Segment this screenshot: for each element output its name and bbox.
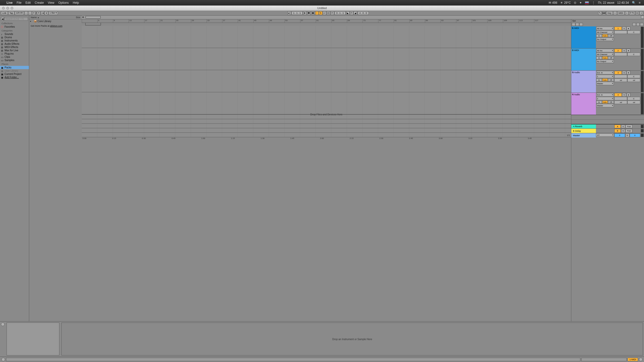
play-button[interactable] — [303, 11, 307, 15]
output-type-select[interactable]: No Output — [596, 37, 614, 41]
monitor-in-button[interactable]: In — [596, 56, 602, 59]
selected-track-indicator[interactable]: 1-MIDI — [628, 358, 638, 361]
input-channel-select[interactable]: All Channel — [596, 53, 614, 56]
midi-map-button[interactable]: MIDI — [617, 11, 625, 15]
send-a-knob[interactable] — [614, 75, 627, 78]
track-lane[interactable] — [82, 48, 571, 70]
reenable-automation-button[interactable]: ↩ — [323, 11, 326, 15]
browser-col-size[interactable]: Size — [76, 16, 80, 19]
input-channel-select[interactable]: 1 — [596, 75, 614, 78]
automation-arm-button[interactable]: ↯ — [319, 11, 323, 15]
loop-length[interactable]: 4 . 0 . 0 — [358, 11, 369, 15]
place-packs[interactable]: ▣Packs — [0, 66, 29, 69]
monitor-off-button[interactable]: Off — [608, 56, 614, 59]
clip-detail-toggle-button[interactable] — [639, 358, 642, 361]
record-button[interactable] — [311, 11, 315, 15]
automation-lane[interactable] — [82, 119, 571, 123]
favorites-item[interactable]: Favorites — [0, 25, 29, 28]
pan-knob[interactable]: C — [627, 75, 640, 78]
time-sig-numerator[interactable]: 4 — [32, 11, 35, 15]
file-menu[interactable]: File — [15, 1, 23, 5]
category-instruments[interactable]: ⊞Instruments — [0, 39, 29, 42]
help-menu[interactable]: Help — [71, 1, 81, 5]
track-activator-button[interactable]: 3 — [614, 71, 622, 74]
monitor-off-button[interactable]: Off — [608, 101, 614, 104]
category-drums[interactable]: ⊞Drums — [0, 36, 29, 39]
output-type-select[interactable]: Master — [596, 82, 614, 85]
loop-start[interactable]: 3 . 1 . 1 — [335, 11, 346, 15]
loop-switch-button[interactable]: ⊓ — [350, 11, 353, 15]
input-type-select[interactable]: All Ins — [596, 27, 614, 30]
pan-knob[interactable]: C — [627, 53, 640, 56]
follow-button[interactable]: ▸| — [288, 11, 291, 15]
app-menu[interactable]: Live — [5, 1, 15, 5]
solo-button[interactable]: S — [621, 129, 625, 133]
session-arrangement-toggle[interactable] — [641, 16, 644, 19]
arm-button[interactable]: ● — [626, 27, 630, 30]
notification-center-icon[interactable]: ≡ — [637, 1, 642, 5]
send-a-knob[interactable] — [614, 97, 627, 100]
draw-mode-button[interactable]: ✎ — [598, 11, 602, 15]
master-lane[interactable]: 1/1 — [82, 132, 571, 137]
menu-extra-icon[interactable]: ⊙ — [572, 1, 578, 5]
solo-button[interactable]: S — [621, 125, 625, 128]
track-lane[interactable] — [82, 26, 571, 48]
arm-button[interactable]: ● — [626, 49, 630, 52]
wifi-icon[interactable]: ⋮ — [590, 1, 596, 5]
post-button[interactable]: Post — [625, 129, 632, 133]
track-lane[interactable] — [82, 70, 571, 92]
input-type-select[interactable]: All Ins — [596, 49, 614, 52]
monitor-auto-button[interactable]: Auto — [602, 56, 608, 59]
monitor-off-button[interactable]: Off — [608, 34, 614, 37]
post-button[interactable]: Post — [625, 125, 632, 128]
input-channel-select[interactable]: 2 — [596, 97, 614, 100]
monitor-auto-button[interactable]: Auto — [602, 78, 608, 81]
send-a-value[interactable]: -inf — [614, 78, 627, 82]
monitor-in-button[interactable]: In — [596, 78, 602, 81]
monitor-auto-button[interactable]: Auto — [602, 101, 608, 104]
category-midi-effects[interactable]: ⊞MIDI Effects — [0, 46, 29, 49]
view-menu[interactable]: View — [46, 1, 56, 5]
return-lane[interactable] — [82, 128, 571, 132]
sort-indicator-icon[interactable]: ▴ — [38, 16, 39, 19]
master-out-channel[interactable]: 1/2 — [596, 133, 614, 137]
arm-button[interactable]: ● — [626, 93, 630, 97]
solo-button[interactable]: S — [622, 93, 626, 97]
metronome-button[interactable]: ○●▾ — [41, 11, 48, 15]
create-menu[interactable]: Create — [33, 1, 46, 5]
solo-button[interactable]: S — [622, 27, 626, 30]
return-title[interactable]: ⊙ B Delay — [571, 129, 596, 133]
return-activator-button[interactable]: B — [614, 129, 621, 133]
send-b-value[interactable]: -inf — [627, 101, 640, 104]
place-add-folder[interactable]: ▣Add Folder... — [0, 76, 29, 79]
punch-in-button[interactable]: ◣ — [346, 11, 350, 15]
clock-date[interactable]: Пт, 22 июня 12:40:34 — [596, 1, 630, 5]
link-button[interactable]: Link — [1, 11, 8, 15]
input-type-select[interactable]: Ext. In — [596, 93, 614, 97]
track-title[interactable]: ⊙1 MIDI — [571, 26, 596, 48]
master-title[interactable]: ⊙ Master — [571, 133, 596, 138]
disk-overload-button[interactable]: D — [635, 11, 639, 15]
return-activator-button[interactable]: A — [614, 125, 621, 128]
send-a-knob[interactable] — [614, 53, 627, 56]
send-a-value[interactable]: -inf — [614, 101, 627, 104]
detail-toggle-button[interactable] — [2, 358, 5, 361]
monitor-off-button[interactable]: Off — [608, 78, 614, 81]
category-samples[interactable]: ▭Samples — [0, 59, 29, 62]
track-activator-button[interactable]: 1 — [614, 27, 622, 30]
tempo-field[interactable]: 120.00 — [15, 11, 24, 15]
beat-time-ruler[interactable]: 5913172125293337414549535761656973778185… — [82, 19, 571, 23]
arm-button[interactable]: ● — [626, 71, 630, 74]
mail-status-icon[interactable]: ✉498 — [547, 1, 559, 5]
punch-out-button[interactable]: ◢ — [354, 11, 357, 15]
category-sounds[interactable]: ♪Sounds — [0, 32, 29, 36]
track-title[interactable]: ⊙4 Audio — [571, 93, 596, 115]
browser-search-input[interactable] — [5, 17, 28, 21]
time-sig-denominator[interactable]: 4 — [37, 11, 40, 15]
ableton-link[interactable]: ableton.com — [50, 25, 62, 27]
browser-toggle-button[interactable]: ◀ — [1, 17, 4, 21]
track-title[interactable]: ⊙3 Audio — [571, 71, 596, 93]
category-clips[interactable]: ▭Clips — [0, 55, 29, 59]
track-activator-button[interactable]: 4 — [614, 93, 622, 97]
overdub-button[interactable]: + — [315, 11, 319, 15]
